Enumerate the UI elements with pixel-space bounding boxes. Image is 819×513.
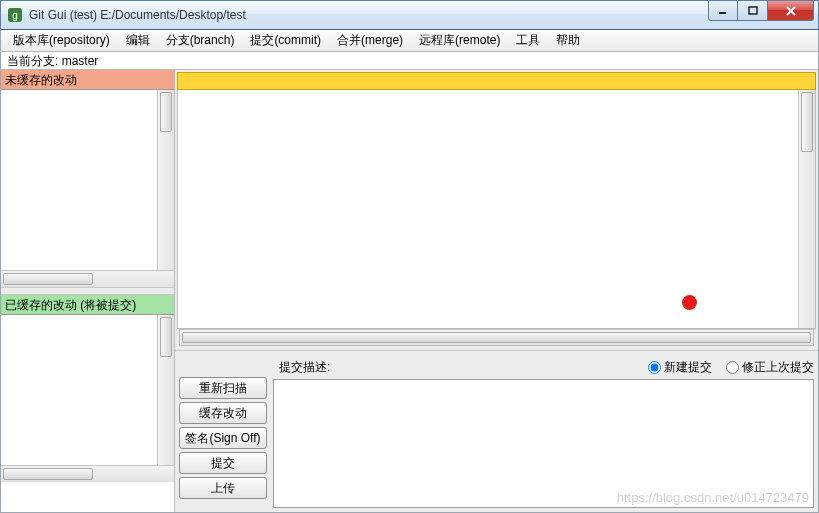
commit-message-textarea[interactable] (273, 379, 814, 508)
staged-vscrollbar[interactable] (157, 315, 174, 465)
current-branch-label: 当前分支: master (7, 54, 98, 68)
commit-button[interactable]: 提交 (179, 452, 267, 474)
menu-bar: 版本库(repository) 编辑 分支(branch) 提交(commit)… (0, 30, 819, 52)
staged-hscrollbar[interactable] (1, 465, 174, 482)
right-column: 重新扫描 缓存改动 签名(Sign Off) 提交 上传 提交描述: 新建提交 … (175, 70, 818, 512)
staged-header: 已缓存的改动 (将被提交) (1, 295, 174, 315)
radio-amend-commit-label: 修正上次提交 (742, 359, 814, 376)
close-button[interactable] (768, 1, 814, 21)
unstaged-hscrollbar[interactable] (1, 270, 174, 287)
unstaged-list[interactable] (1, 90, 174, 270)
staged-list[interactable] (1, 315, 174, 465)
menu-edit[interactable]: 编辑 (118, 30, 158, 51)
menu-help[interactable]: 帮助 (548, 30, 588, 51)
unstaged-vscrollbar[interactable] (157, 90, 174, 270)
radio-new-commit[interactable]: 新建提交 (648, 359, 712, 376)
diff-hscrollbar[interactable] (179, 329, 814, 346)
window-title: Git Gui (test) E:/Documents/Desktop/test (29, 8, 708, 22)
main-area: 未缓存的改动 已缓存的改动 (将被提交) (0, 70, 819, 513)
diff-panel (175, 70, 818, 350)
stage-button[interactable]: 缓存改动 (179, 402, 267, 424)
marker-dot-icon (682, 295, 697, 310)
minimize-button[interactable] (708, 1, 738, 21)
maximize-button[interactable] (738, 1, 768, 21)
menu-repository[interactable]: 版本库(repository) (5, 30, 118, 51)
push-button[interactable]: 上传 (179, 477, 267, 499)
menu-remote[interactable]: 远程库(remote) (411, 30, 508, 51)
radio-new-commit-input[interactable] (648, 361, 661, 374)
menu-commit[interactable]: 提交(commit) (242, 30, 329, 51)
radio-amend-commit-input[interactable] (726, 361, 739, 374)
staged-panel: 已缓存的改动 (将被提交) (1, 295, 174, 482)
diff-view[interactable] (178, 90, 815, 328)
signoff-button[interactable]: 签名(Sign Off) (179, 427, 267, 449)
app-icon: g (7, 7, 23, 23)
left-column: 未缓存的改动 已缓存的改动 (将被提交) (1, 70, 175, 512)
radio-new-commit-label: 新建提交 (664, 359, 712, 376)
commit-panel: 重新扫描 缓存改动 签名(Sign Off) 提交 上传 提交描述: 新建提交 … (175, 350, 818, 512)
window-titlebar: g Git Gui (test) E:/Documents/Desktop/te… (0, 0, 819, 30)
rescan-button[interactable]: 重新扫描 (179, 377, 267, 399)
diff-vscrollbar[interactable] (798, 90, 815, 328)
unstaged-panel: 未缓存的改动 (1, 70, 174, 287)
menu-tools[interactable]: 工具 (508, 30, 548, 51)
svg-rect-3 (749, 7, 757, 14)
menu-merge[interactable]: 合并(merge) (329, 30, 411, 51)
panel-divider[interactable] (1, 287, 174, 295)
commit-desc-label: 提交描述: (273, 359, 330, 376)
diff-header (177, 72, 816, 90)
current-branch-bar: 当前分支: master (0, 52, 819, 70)
menu-branch[interactable]: 分支(branch) (158, 30, 243, 51)
svg-text:g: g (12, 10, 18, 21)
unstaged-header: 未缓存的改动 (1, 70, 174, 90)
commit-buttons: 重新扫描 缓存改动 签名(Sign Off) 提交 上传 (179, 377, 267, 508)
radio-amend-commit[interactable]: 修正上次提交 (726, 359, 814, 376)
window-controls (708, 1, 814, 21)
commit-top-row: 提交描述: 新建提交 修正上次提交 (273, 357, 814, 377)
commit-right: 提交描述: 新建提交 修正上次提交 (273, 357, 814, 508)
